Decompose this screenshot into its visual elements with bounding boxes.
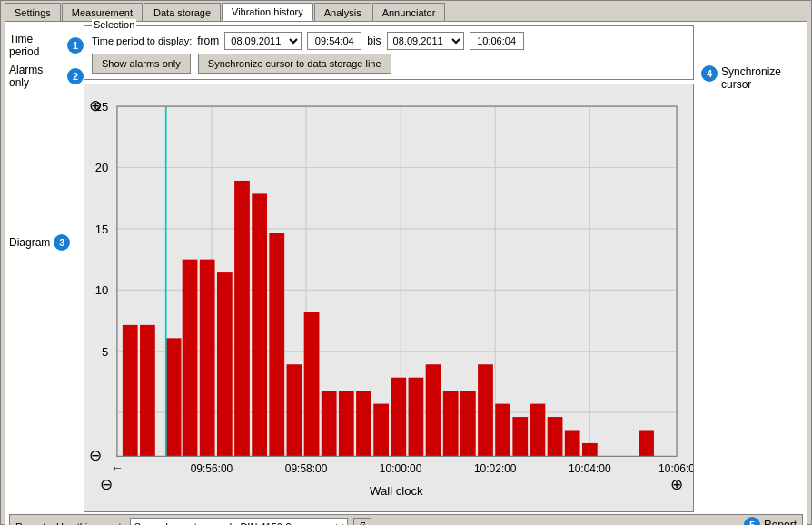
svg-text:⊕: ⊕ xyxy=(89,97,102,114)
sync-cursor-bubble: 4 xyxy=(701,65,718,82)
report-inner: Use this report: Second report example D… xyxy=(56,518,731,525)
svg-rect-35 xyxy=(200,260,215,457)
time-period-display-label: Time period to display: xyxy=(92,35,192,46)
svg-text:10:02:00: 10:02:00 xyxy=(474,462,517,475)
tab-data-storage[interactable]: Data storage xyxy=(144,3,221,21)
svg-text:⊕: ⊕ xyxy=(670,475,683,492)
svg-rect-46 xyxy=(391,378,406,457)
selection-legend: Selection xyxy=(92,19,136,30)
svg-rect-43 xyxy=(339,391,354,456)
from-date-select[interactable]: 08.09.2011 xyxy=(224,32,302,50)
svg-text:15: 15 xyxy=(95,223,109,236)
buttons-row: Show alarms only Synchronize cursor to d… xyxy=(92,54,686,74)
svg-rect-37 xyxy=(234,181,250,456)
svg-rect-36 xyxy=(217,272,233,456)
chart-container: 25 20 15 10 5 ⊕ ⊖ ⊖ ⊕ 09:56:00 09:58:0 xyxy=(84,84,694,512)
time-period-row: Time period to display: from 08.09.2011 … xyxy=(92,32,686,50)
svg-rect-41 xyxy=(304,312,320,456)
sync-cursor-ann-label: Synchronize cursor xyxy=(721,65,803,91)
svg-rect-44 xyxy=(356,391,371,456)
time-period-bubble: 1 xyxy=(67,37,84,54)
show-alarms-button[interactable]: Show alarms only xyxy=(92,54,191,74)
svg-rect-45 xyxy=(373,404,389,457)
tab-bar: Settings Measurement Data storage Vibrat… xyxy=(1,1,811,21)
alarms-only-label: Alarms only xyxy=(9,64,64,89)
report-annotation: 5 Report xyxy=(744,517,797,525)
svg-rect-50 xyxy=(460,391,476,456)
svg-rect-53 xyxy=(512,417,528,456)
svg-rect-58 xyxy=(639,430,654,456)
svg-text:10:04:00: 10:04:00 xyxy=(569,462,611,475)
svg-text:20: 20 xyxy=(95,161,109,174)
bis-label: bis xyxy=(367,35,381,47)
svg-rect-40 xyxy=(287,364,302,456)
right-annotations: 4 Synchronize cursor xyxy=(694,25,803,512)
svg-text:5: 5 xyxy=(102,345,108,359)
svg-text:←: ← xyxy=(111,461,124,475)
center-content: Selection Time period to display: from 0… xyxy=(84,25,694,512)
main-window: Settings Measurement Data storage Vibrat… xyxy=(0,0,812,525)
to-date-select[interactable]: 08.09.2011 xyxy=(387,32,464,50)
content-area: Time period 1 Alarms only 2 Diagram 3 xyxy=(5,21,807,525)
alarms-only-annotation: Alarms only 2 xyxy=(9,64,84,89)
svg-rect-52 xyxy=(495,404,510,457)
svg-text:⊖: ⊖ xyxy=(89,447,102,464)
svg-text:09:58:00: 09:58:00 xyxy=(285,462,328,475)
time-period-label: Time period xyxy=(9,33,64,58)
diagram-annotation: Diagram 3 xyxy=(9,234,84,251)
use-this-report-label: Use this report: xyxy=(56,521,124,525)
report-bubble: 5 xyxy=(744,517,760,525)
svg-rect-39 xyxy=(269,233,284,457)
to-time-input[interactable] xyxy=(470,32,524,50)
svg-rect-56 xyxy=(565,430,580,456)
svg-rect-55 xyxy=(548,417,563,456)
svg-text:09:56:00: 09:56:00 xyxy=(191,462,233,475)
svg-rect-34 xyxy=(183,260,198,457)
from-label: from xyxy=(197,35,219,47)
tab-annunciator[interactable]: Annunciator xyxy=(372,3,446,21)
tab-vibration-history[interactable]: Vibration history xyxy=(222,3,313,21)
selection-group: Selection Time period to display: from 0… xyxy=(84,25,694,80)
print-button[interactable]: 🖨 xyxy=(353,518,371,525)
left-annotations: Time period 1 Alarms only 2 Diagram 3 xyxy=(9,25,84,512)
svg-rect-57 xyxy=(582,443,598,456)
report-legend-label: Report xyxy=(15,521,45,525)
alarms-only-bubble: 2 xyxy=(67,68,84,84)
svg-rect-33 xyxy=(166,338,182,456)
time-period-annotation: Time period 1 xyxy=(9,33,84,58)
svg-rect-48 xyxy=(426,364,441,456)
svg-rect-32 xyxy=(140,325,155,456)
tab-settings[interactable]: Settings xyxy=(5,3,61,21)
svg-rect-51 xyxy=(478,364,493,456)
svg-text:Wall clock: Wall clock xyxy=(370,483,423,497)
svg-rect-42 xyxy=(322,391,337,456)
svg-text:10: 10 xyxy=(95,283,109,297)
diagram-label: Diagram xyxy=(9,236,50,249)
sync-cursor-button[interactable]: Synchronize cursor to data storage line xyxy=(198,54,391,74)
report-dropdown[interactable]: Second report example DIN 4150-2 xyxy=(130,518,348,525)
report-bar: Report Use this report: Second report ex… xyxy=(9,514,803,525)
diagram-bubble: 3 xyxy=(54,234,70,251)
tab-measurement[interactable]: Measurement xyxy=(62,3,143,21)
chart-svg: 25 20 15 10 5 ⊕ ⊖ ⊖ ⊕ 09:56:00 09:58:0 xyxy=(84,84,693,511)
svg-rect-54 xyxy=(530,404,546,457)
svg-rect-31 xyxy=(123,325,138,456)
svg-rect-47 xyxy=(409,378,424,457)
svg-text:⊖: ⊖ xyxy=(100,475,113,492)
from-time-input[interactable] xyxy=(307,32,361,50)
report-ann-label: Report xyxy=(764,519,797,525)
svg-rect-49 xyxy=(443,391,459,456)
svg-text:10:06:0: 10:06:0 xyxy=(659,462,693,475)
svg-text:10:00:00: 10:00:00 xyxy=(380,462,422,475)
sync-cursor-annotation: 4 Synchronize cursor xyxy=(701,65,803,91)
tab-analysis[interactable]: Analysis xyxy=(314,3,371,21)
svg-rect-38 xyxy=(252,193,267,456)
